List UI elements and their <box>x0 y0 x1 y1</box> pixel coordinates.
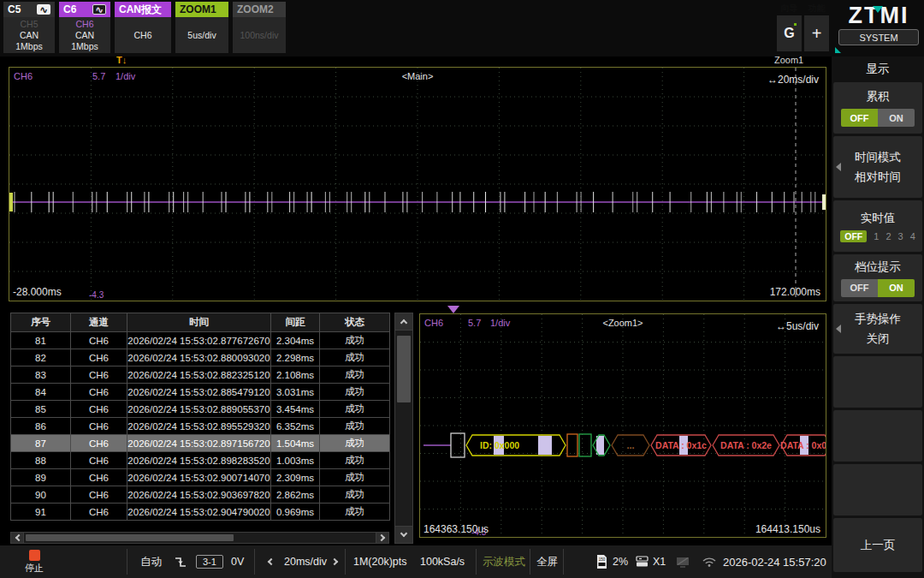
toggle-累积[interactable]: OFFON <box>841 109 915 127</box>
tab-label: C5 <box>8 3 21 15</box>
table-row[interactable]: 89CH62026/02/24 15:53:02.9007140702.309m… <box>11 469 390 486</box>
table-row[interactable]: 81CH62026/02/24 15:53:02.8776726702.304m… <box>11 332 390 349</box>
bit-highlight-bar <box>538 436 552 455</box>
zoom-title: <Zoom1> <box>602 318 643 328</box>
tab-c6[interactable]: C6∿CH6CAN1Mbps <box>59 2 110 53</box>
run-stop-control[interactable]: 停止 <box>17 545 51 578</box>
panel-empty-7 <box>833 464 922 515</box>
panel-empty-6 <box>833 410 922 462</box>
table-cell: CH6 <box>71 435 127 452</box>
can-message-table: 序号通道时间间距状态 81CH62026/02/24 15:53:02.8776… <box>10 313 390 521</box>
bit-highlight-bar <box>596 436 604 455</box>
main-scale-label: 5.7 <box>92 71 105 81</box>
timebase-dec-button[interactable] <box>266 545 274 578</box>
prev-page-button[interactable]: 上一页 <box>833 518 922 572</box>
panel-0[interactable]: 累积OFFON <box>833 82 922 134</box>
table-row[interactable]: 84CH62026/02/24 15:53:02.8854791203.031m… <box>11 384 390 401</box>
table-row[interactable]: 82CH62026/02/24 15:53:02.8800930202.298m… <box>11 349 390 366</box>
panel-3[interactable]: 档位提示OFFON <box>833 254 922 301</box>
wizard-icon: G <box>777 15 802 51</box>
function-button[interactable]: 功能 + <box>804 2 829 51</box>
table-cell: 2026/02/24 15:53:02.898283520 <box>127 452 271 469</box>
zoom1-indicator-label: Zoom1 <box>774 55 803 65</box>
panel-empty-4[interactable]: 手势操作关闭 <box>833 304 922 354</box>
wizard-button[interactable]: 向导 G <box>777 2 802 51</box>
scroll-left-button[interactable] <box>11 533 24 543</box>
scroll-right-button[interactable] <box>376 533 388 543</box>
scope-mode-button[interactable]: 示波模式 <box>483 545 525 578</box>
main-waveform-window[interactable]: CH6 5.7 1/div <Main> ↔20ms/div -28.000ms… <box>9 67 826 301</box>
scroll-up-button[interactable] <box>395 313 412 331</box>
panel-empty-1[interactable]: 时间模式相对时间 <box>833 136 922 198</box>
trigger-edge-icon[interactable] <box>174 545 188 578</box>
table-row[interactable]: 88CH62026/02/24 15:53:02.8982835201.003m… <box>11 452 390 469</box>
table-row[interactable]: 83CH62026/02/24 15:53:02.8823251202.108m… <box>11 366 390 384</box>
zoom-left-time: 164363.150us <box>424 523 489 535</box>
table-header-cell: 序号 <box>11 313 71 332</box>
table-cell: 成功 <box>320 469 390 486</box>
table-cell: 2026/02/24 15:53:02.897156720 <box>127 435 271 452</box>
panel-line: 相对时间 <box>855 170 901 185</box>
zoom-channel-label: CH6 <box>424 318 443 328</box>
main-channel-label: CH6 <box>14 71 33 81</box>
table-cell: CH6 <box>71 504 127 521</box>
table-cell: 2.862ms <box>271 486 320 504</box>
trigger-source-box[interactable]: 3-1 <box>196 545 223 578</box>
table-hscrollbar[interactable] <box>10 532 389 544</box>
toggle-off[interactable]: OFF <box>841 109 878 127</box>
toggle-on[interactable]: ON <box>878 279 915 297</box>
table-cell: 成功 <box>320 366 390 384</box>
timebase-inc-button[interactable] <box>332 545 340 578</box>
toggle-档位提示[interactable]: OFFON <box>841 279 915 297</box>
tab-c5[interactable]: C5∿CH5CAN1Mbps <box>3 2 55 53</box>
tab-line: CH6 <box>75 19 93 30</box>
trigger-mode-button[interactable]: 自动 <box>140 545 162 578</box>
table-row[interactable]: 90CH62026/02/24 15:53:02.9036978202.862m… <box>11 486 390 504</box>
system-button[interactable]: SYSTEM <box>838 29 919 45</box>
table-vscrollbar[interactable] <box>394 313 413 544</box>
scroll-down-button[interactable] <box>395 526 412 543</box>
tab-can-frames[interactable]: CAN报文CH6 <box>115 2 171 53</box>
table-cell: 成功 <box>320 486 390 504</box>
toggle-off[interactable]: OFF <box>841 279 878 297</box>
table-cell: 90 <box>11 486 71 504</box>
table-cell: 3.454ms <box>271 401 320 418</box>
tab-label: C6 <box>63 3 76 15</box>
panel-2[interactable]: 实时值OFF1234 <box>833 200 922 252</box>
left-arrow-icon <box>836 325 841 333</box>
hscroll-thumb[interactable] <box>26 534 234 541</box>
table-cell: CH6 <box>71 366 127 384</box>
zoom1-waveform-window[interactable]: ID: 0x000...DATA : 0x1cDATA : 0x2eDATA :… <box>419 313 826 538</box>
trigger-level[interactable]: 0V <box>231 545 244 578</box>
tab-line: 1Mbps <box>15 41 43 52</box>
table-cell: 2026/02/24 15:53:02.882325120 <box>127 366 271 384</box>
table-row[interactable]: 91CH62026/02/24 15:53:02.9047900200.969m… <box>11 504 390 521</box>
zoom-position-marker[interactable] <box>447 306 459 313</box>
table-cell: CH6 <box>71 332 127 349</box>
realtime-channel-1[interactable]: 1 <box>874 231 879 241</box>
zoom-waveform-canvas: ID: 0x000...DATA : 0x1cDATA : 0x2eDATA :… <box>420 314 826 537</box>
tab-zoom1[interactable]: ZOOM15us/div <box>175 2 228 53</box>
table-row[interactable]: 85CH62026/02/24 15:53:02.8890553703.454m… <box>11 401 390 418</box>
realtime-off-badge[interactable]: OFF <box>840 230 867 242</box>
realtime-channel-2[interactable]: 2 <box>886 231 891 241</box>
vscroll-thumb[interactable] <box>397 336 411 402</box>
zoom-scale-label: 5.7 <box>468 318 481 328</box>
table-row[interactable]: 86CH62026/02/24 15:53:02.8955293206.352m… <box>11 418 390 435</box>
realtime-channel-4[interactable]: 4 <box>910 231 915 241</box>
table-cell: 85 <box>11 401 71 418</box>
sample-rate: 100kSa/s <box>420 545 465 578</box>
toggle-on[interactable]: ON <box>878 109 915 127</box>
timebase-value[interactable]: 20ms/div <box>284 545 327 578</box>
fullscreen-button[interactable]: 全屏 <box>536 545 558 578</box>
wifi-icon <box>702 545 717 578</box>
trigger-position-marker[interactable]: T↓ <box>116 55 127 65</box>
table-cell: CH6 <box>71 349 127 366</box>
table-row[interactable]: 87CH62026/02/24 15:53:02.8971567201.504m… <box>11 435 390 452</box>
grid <box>420 314 826 537</box>
tab-zoom1-header: ZOOM1 <box>175 2 228 17</box>
table-cell: CH6 <box>71 401 127 418</box>
realtime-channel-3[interactable]: 3 <box>898 231 903 241</box>
tab-zoom2[interactable]: ZOOM2100ns/div <box>233 2 286 53</box>
table-cell: 2.309ms <box>271 469 320 486</box>
